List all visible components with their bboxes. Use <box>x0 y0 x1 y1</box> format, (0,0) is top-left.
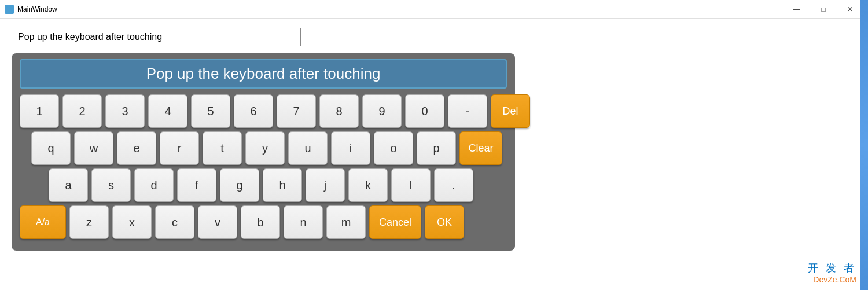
key-x[interactable]: x <box>112 205 152 239</box>
key-minus[interactable]: - <box>448 94 487 128</box>
key-9[interactable]: 9 <box>362 94 402 128</box>
key-g[interactable]: g <box>220 168 259 202</box>
key-l[interactable]: l <box>391 168 431 202</box>
side-decoration <box>860 0 868 290</box>
key-row-3: a s d f g h j k l . <box>20 168 507 202</box>
key-t[interactable]: t <box>203 131 242 165</box>
key-h[interactable]: h <box>263 168 302 202</box>
key-w[interactable]: w <box>74 131 113 165</box>
key-c[interactable]: c <box>155 205 194 239</box>
key-4[interactable]: 4 <box>148 94 187 128</box>
key-p[interactable]: p <box>417 131 456 165</box>
key-row-2: q w e r t y u i o p Clear <box>20 131 507 165</box>
key-o[interactable]: o <box>374 131 413 165</box>
key-3[interactable]: 3 <box>105 94 145 128</box>
window-title: MainWindow <box>17 5 57 13</box>
cancel-button[interactable]: Cancel <box>369 205 421 239</box>
key-j[interactable]: j <box>306 168 345 202</box>
key-6[interactable]: 6 <box>234 94 273 128</box>
key-5[interactable]: 5 <box>191 94 230 128</box>
key-7[interactable]: 7 <box>277 94 316 128</box>
key-d[interactable]: d <box>134 168 174 202</box>
key-r[interactable]: r <box>160 131 199 165</box>
title-bar-controls: — □ ✕ <box>784 0 863 19</box>
watermark: 开 发 者 DevZe.CoM <box>808 261 856 284</box>
key-row-1: 1 2 3 4 5 6 7 8 9 0 - Del <box>20 94 507 128</box>
key-period[interactable]: . <box>434 168 473 202</box>
key-a[interactable]: a <box>49 168 88 202</box>
ok-button[interactable]: OK <box>425 205 464 239</box>
key-u[interactable]: u <box>288 131 328 165</box>
key-y[interactable]: y <box>245 131 285 165</box>
virtual-keyboard: Pop up the keyboard after touching 1 2 3… <box>12 53 515 251</box>
key-s[interactable]: s <box>91 168 131 202</box>
clear-button[interactable]: Clear <box>459 131 502 165</box>
shift-button[interactable]: A/a <box>20 205 66 239</box>
key-m[interactable]: m <box>326 205 366 239</box>
title-bar-left: MainWindow <box>5 5 57 14</box>
title-bar: MainWindow — □ ✕ <box>0 0 868 19</box>
maximize-button[interactable]: □ <box>810 0 837 19</box>
key-8[interactable]: 8 <box>319 94 359 128</box>
key-1[interactable]: 1 <box>20 94 59 128</box>
key-z[interactable]: z <box>69 205 109 239</box>
window-content: Pop up the keyboard after touching 1 2 3… <box>0 19 868 290</box>
minimize-button[interactable]: — <box>784 0 810 19</box>
text-input[interactable] <box>12 28 301 46</box>
key-row-4: A/a z x c v b n m Cancel OK <box>20 205 507 239</box>
keyboard-display: Pop up the keyboard after touching <box>20 59 507 89</box>
key-b[interactable]: b <box>241 205 280 239</box>
key-i[interactable]: i <box>331 131 370 165</box>
key-n[interactable]: n <box>284 205 323 239</box>
key-0[interactable]: 0 <box>405 94 444 128</box>
key-f[interactable]: f <box>177 168 216 202</box>
watermark-domain: DevZe.CoM <box>808 275 856 284</box>
app-icon <box>5 5 14 14</box>
key-k[interactable]: k <box>348 168 388 202</box>
watermark-chinese: 开 发 者 <box>808 261 856 275</box>
key-v[interactable]: v <box>198 205 237 239</box>
key-e[interactable]: e <box>117 131 156 165</box>
del-button[interactable]: Del <box>491 94 530 128</box>
key-2[interactable]: 2 <box>62 94 102 128</box>
key-q[interactable]: q <box>31 131 71 165</box>
